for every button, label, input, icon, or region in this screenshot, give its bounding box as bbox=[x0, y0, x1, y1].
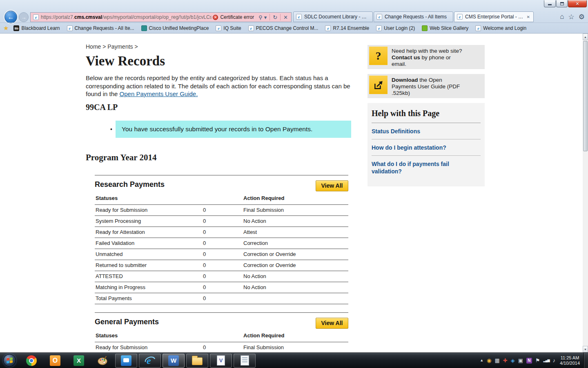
onenote-tray-icon[interactable]: N bbox=[526, 358, 532, 364]
favorite-item[interactable]: Change Requests - All Ite... bbox=[67, 25, 134, 31]
tray-icon[interactable]: ◈ bbox=[511, 358, 515, 363]
taskbar-visio-button[interactable] bbox=[210, 354, 232, 368]
divider bbox=[270, 14, 270, 20]
table-header: Statuses Action Required bbox=[95, 192, 348, 205]
taskbar-notepad-button[interactable] bbox=[234, 354, 256, 368]
autocomplete-chevron-icon[interactable]: ▾ bbox=[264, 14, 269, 20]
status-cell: Ready for Submission bbox=[96, 344, 203, 350]
tray-icon[interactable]: ✚ bbox=[503, 358, 508, 363]
refresh-button[interactable]: ↻ bbox=[271, 14, 279, 20]
statuses-header: Statuses bbox=[96, 195, 203, 201]
taskbar-paint-button[interactable] bbox=[91, 354, 114, 368]
taskbar: e ▲ ◉ ▦ ✚ ◈ ▣ N ⚑ ▂▄▆ ♪ 11:25 AM 4/10/20… bbox=[0, 352, 588, 368]
hidden-icons-chevron-icon[interactable]: ▲ bbox=[480, 358, 483, 363]
page-content: Home > Payments > View Records Below are… bbox=[0, 34, 588, 352]
tab-favicon bbox=[296, 14, 302, 20]
tab-close-icon[interactable]: ✕ bbox=[526, 15, 531, 19]
contact-help-box[interactable]: ? Need help with the web site? Contact u… bbox=[368, 45, 485, 69]
view-all-general-button[interactable]: View All bbox=[316, 318, 348, 329]
word-icon bbox=[168, 355, 179, 366]
vertical-scrollbar[interactable]: ▲ ▼ bbox=[583, 34, 588, 352]
help-link[interactable]: Status Definitions bbox=[372, 123, 481, 139]
help-link[interactable]: How do I begin attestation? bbox=[372, 139, 481, 156]
show-desktop-button[interactable] bbox=[584, 353, 588, 368]
maximize-button[interactable] bbox=[556, 0, 568, 7]
favorite-item[interactable]: PECOS Change Control M... bbox=[248, 25, 318, 31]
volume-icon[interactable]: ♪ bbox=[553, 358, 556, 363]
forward-button[interactable]: → bbox=[19, 12, 29, 22]
favorite-item[interactable]: Blackboard Learn bbox=[13, 25, 60, 31]
taskbar-chrome-button[interactable] bbox=[20, 354, 42, 368]
favorite-item[interactable]: User Login (2) bbox=[376, 25, 415, 31]
table-row: Ready for Submission 0 Final Submission bbox=[95, 205, 348, 216]
count-cell: 0 bbox=[203, 207, 243, 213]
action-cell: Attest bbox=[243, 229, 348, 235]
count-cell: 0 bbox=[203, 262, 243, 268]
help-link[interactable]: What do I do if payments fail validation… bbox=[372, 156, 481, 179]
taskbar-ie-button[interactable]: e bbox=[139, 354, 161, 368]
tray-icon[interactable]: ▣ bbox=[518, 358, 523, 363]
certificate-error-button[interactable]: ✕ Certificate error bbox=[212, 14, 257, 20]
scroll-down-button[interactable]: ▼ bbox=[583, 346, 588, 352]
taskbar-outlook-button[interactable] bbox=[44, 354, 66, 368]
taskbar-explorer-button[interactable] bbox=[186, 354, 208, 368]
close-icon: ✕ bbox=[575, 1, 579, 7]
flag-tray-icon[interactable]: ⚑ bbox=[535, 358, 540, 363]
home-button[interactable]: ⌂ bbox=[560, 13, 564, 21]
search-icon[interactable]: ⚲ bbox=[257, 14, 264, 20]
breadcrumb-home-link[interactable]: Home bbox=[86, 43, 101, 50]
excel-icon bbox=[74, 355, 84, 366]
minimize-button[interactable] bbox=[544, 0, 556, 7]
tray-icon[interactable]: ◉ bbox=[487, 358, 491, 363]
status-cell: Matching in Progress bbox=[96, 284, 203, 290]
favorite-item[interactable]: Welcome and Login bbox=[475, 25, 526, 31]
add-favorite-icon[interactable]: ★ bbox=[3, 25, 9, 32]
scroll-up-button[interactable]: ▲ bbox=[583, 34, 588, 40]
taskbar-communicator-button[interactable] bbox=[115, 354, 137, 368]
taskbar-excel-button[interactable] bbox=[68, 354, 90, 368]
close-window-button[interactable]: ✕ bbox=[568, 0, 587, 7]
table-row: Ready for Attestation 0 Attest bbox=[95, 227, 348, 238]
help-sidebar: ? Need help with the web site? Contact u… bbox=[368, 45, 485, 186]
taskbar-clock[interactable]: 11:25 AM 4/10/2014 bbox=[560, 355, 580, 366]
favorite-item[interactable]: Web Slice Gallery bbox=[422, 25, 468, 31]
scrollbar-thumb[interactable] bbox=[583, 41, 588, 151]
back-button[interactable]: ← bbox=[4, 11, 17, 23]
research-payments-section: Research Payments View All Statuses Acti… bbox=[95, 175, 348, 304]
outlook-icon bbox=[50, 355, 60, 366]
user-guide-link[interactable]: Open Payments User Guide. bbox=[120, 90, 198, 97]
certificate-error-icon: ✕ bbox=[213, 15, 218, 20]
network-signal-icon[interactable]: ▂▄▆ bbox=[543, 358, 550, 363]
address-bar[interactable]: https://portalz7.cms.cmsval/wps/myportal… bbox=[30, 12, 292, 22]
favorites-star-button[interactable]: ☆ bbox=[568, 13, 575, 21]
table-row: System Processing 0 No Action bbox=[95, 216, 348, 227]
favorite-item[interactable]: Cisco Unified MeetingPlace bbox=[141, 25, 209, 31]
internet-explorer-icon: e bbox=[144, 355, 156, 366]
view-all-research-button[interactable]: View All bbox=[316, 180, 348, 191]
question-mark-icon: ? bbox=[369, 47, 388, 65]
download-guide-box[interactable]: Download the Open Payments User Guide (P… bbox=[368, 74, 485, 98]
maximize-icon bbox=[560, 2, 564, 5]
status-cell: Ready for Submission bbox=[96, 207, 203, 213]
table-row: Unmatched 0 Correction or Override bbox=[95, 249, 348, 260]
general-section-title: General Payments bbox=[95, 318, 159, 326]
start-button[interactable] bbox=[3, 354, 16, 367]
contact-help-text: Need help with the web site? Contact us … bbox=[388, 47, 463, 67]
table-row: Total Payments 0 bbox=[95, 293, 348, 304]
table-row: ATTESTED 0 No Action bbox=[95, 271, 348, 282]
favorite-item[interactable]: IQ Suite bbox=[216, 25, 241, 31]
url-text[interactable]: https://portalz7.cms.cmsval/wps/myportal… bbox=[41, 14, 212, 20]
taskbar-word-button[interactable] bbox=[163, 354, 185, 368]
communicator-icon bbox=[121, 355, 131, 366]
settings-gear-button[interactable]: ⚙ bbox=[579, 13, 585, 21]
tray-icon[interactable]: ▦ bbox=[494, 358, 499, 363]
stop-button[interactable]: ✕ bbox=[282, 14, 290, 20]
favorite-item[interactable]: R7.14 Ensemble bbox=[325, 25, 369, 31]
tab-change-requests[interactable]: Change Requests - All Items bbox=[374, 11, 453, 22]
action-cell: No Action bbox=[243, 273, 348, 279]
count-cell: 0 bbox=[203, 240, 243, 246]
tab-cms-enterprise-portal[interactable]: CMS Enterprise Portal - Reg... ✕ bbox=[454, 11, 534, 22]
breadcrumb: Home > Payments > bbox=[86, 43, 355, 50]
breadcrumb-payments-link[interactable]: Payments bbox=[107, 43, 133, 50]
tab-sdlc-document-library[interactable]: SDLC Document Library - Doc... bbox=[293, 11, 373, 22]
